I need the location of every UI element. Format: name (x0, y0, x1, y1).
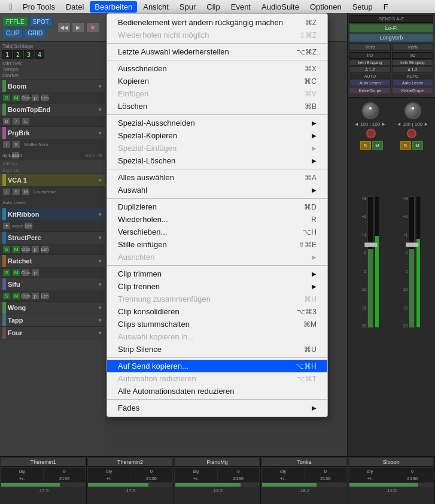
tc-i-vca1[interactable]: I (2, 188, 11, 196)
track-expand-structperc[interactable]: ▼ (98, 235, 102, 241)
tc-m-structperc[interactable]: M (12, 245, 20, 253)
menu-clips-stummschalten[interactable]: Clips stummschalten ⌘M (107, 318, 327, 330)
pan-knob-ch1[interactable]: ◄ 100 | 100 ► (354, 100, 387, 127)
menu-kopieren[interactable]: Kopieren ⌘C (107, 75, 327, 87)
fader-knob-ch2[interactable] (406, 242, 419, 247)
menu-auf-send-kopieren[interactable]: Auf Send kopieren... ⌥⌘H (107, 360, 327, 372)
menu-bedienelement[interactable]: Bedienelement wert ändern rückgängig mac… (107, 16, 327, 29)
track-expand-kitribbon[interactable]: ▼ (98, 212, 102, 217)
reverb-plugin-ch1[interactable]: LongVerb (349, 34, 433, 42)
play-btn[interactable]: ▶ (72, 22, 85, 33)
menu-clip-trimmen[interactable]: Clip trimmen ▶ (107, 268, 327, 280)
group-label-ch2[interactable]: KeineGrupe (392, 87, 433, 94)
tc-b-boom2[interactable]: B (2, 117, 11, 125)
fader-knob-ch1[interactable] (364, 242, 378, 247)
menu-stille-einfuegen[interactable]: Stille einfügen ⇧⌘E (107, 238, 327, 251)
solo-btn-ch1[interactable]: S (360, 141, 371, 150)
menubar-bearbeiten[interactable]: Bearbeiten (90, 1, 137, 13)
menu-verschieben[interactable]: Verschieben... ⌥H (107, 226, 327, 238)
tc-star-kitribbon[interactable]: ✦ (2, 222, 11, 230)
grid-btn[interactable]: GRID (24, 28, 46, 38)
tc-s-vca1[interactable]: S (12, 188, 20, 196)
tc-s-prgbrk[interactable]: S (12, 141, 20, 148)
menu-ausschneiden[interactable]: Ausschneiden ⌘X (107, 62, 327, 75)
menu-wiederholen[interactable]: Wiederholen... R (107, 213, 327, 226)
menubar-f[interactable]: F (379, 1, 393, 13)
tc-len-kitribbon[interactable]: Len (25, 222, 33, 230)
tc-s-boom[interactable]: S (2, 94, 11, 102)
menubar-setup[interactable]: Setup (348, 1, 378, 13)
menubar-datei[interactable]: Datei (61, 1, 89, 13)
tc-m-sifu[interactable]: M (12, 292, 20, 300)
record-btn[interactable]: ⏺ (86, 22, 99, 33)
pan-knob-ch2[interactable]: ◄ 100 | 100 ► (397, 100, 429, 127)
tc-clps-boom[interactable]: Clps (22, 94, 30, 102)
tc-i-prgbrk[interactable]: I (2, 141, 11, 148)
menu-alle-automationsdaten[interactable]: Alle Automationsdaten reduzieren (107, 385, 327, 397)
tc-len-structperc[interactable]: Len (41, 245, 49, 253)
menu-spezial-ausschneiden[interactable]: Spezial-Ausschneiden ▶ (107, 117, 327, 129)
io-value-ch2[interactable]: kein Eingang (392, 59, 433, 66)
lofi-plugin-ch1[interactable]: Lo-Fi (349, 24, 433, 32)
menu-letzte-auswahl[interactable]: Letzte Auswahl wiederherstellen ⌥⌘Z (107, 45, 327, 58)
record-btn-ch2[interactable] (407, 129, 416, 138)
tc-l-boom2[interactable]: L (22, 117, 30, 125)
record-btn-ch1[interactable] (366, 129, 376, 138)
apple-menu-icon[interactable]:  (5, 0, 17, 13)
menu-spezial-kopieren[interactable]: Spezial-Kopieren ▶ (107, 129, 327, 142)
tc-s-sifu[interactable]: S (2, 292, 11, 300)
tc-clps-sifu[interactable]: Clps (22, 292, 30, 300)
tc-p-sifu[interactable]: p (31, 292, 39, 300)
track-expand-vca1[interactable]: ▼ (98, 178, 102, 183)
shuffle-btn[interactable]: FFFLE (2, 17, 28, 27)
tc-p-ratchet[interactable]: p (31, 269, 39, 277)
track-expand-four[interactable]: ▼ (98, 330, 102, 336)
mute-btn-ch1[interactable]: M (372, 141, 383, 150)
menu-duplizieren[interactable]: Duplizieren ⌘D (107, 201, 327, 213)
track-expand-ratchet[interactable]: ▼ (98, 259, 102, 264)
tc-p-boom[interactable]: p (31, 94, 39, 102)
tc-m-boom[interactable]: M (12, 94, 20, 102)
tc-clps-structperc[interactable]: Clps (22, 245, 30, 253)
menubar-spur[interactable]: Spur (175, 1, 200, 13)
menubar-event[interactable]: Event (226, 1, 255, 13)
track-expand-prgbrk[interactable]: ▼ (98, 130, 102, 136)
menubar-optionen[interactable]: Optionen (305, 1, 346, 13)
menubar-ansicht[interactable]: Ansicht (138, 1, 174, 13)
menu-spezial-loeschen[interactable]: Spezial-Löschen ▶ (107, 154, 327, 167)
tc-7-boom2[interactable]: 7 (12, 117, 20, 125)
track-expand-sifu[interactable]: ▼ (98, 282, 102, 287)
io-bottom-ch1[interactable]: A 1-2 (349, 66, 391, 73)
menubar-audiosuite[interactable]: AudioSuite (257, 1, 304, 13)
track-expand-boomtopend[interactable]: ▼ (98, 107, 102, 113)
menu-clip-trennen[interactable]: Clip trennen ▶ (107, 280, 327, 293)
tc-len-sifu[interactable]: Len (41, 292, 49, 300)
spot-btn[interactable]: SPOT (29, 17, 53, 27)
tc-m-ratchet[interactable]: M (12, 269, 20, 277)
tc-s-ratchet[interactable]: S (2, 269, 11, 277)
menu-fades[interactable]: Fades ▶ (107, 402, 327, 414)
io-bottom-ch2[interactable]: A 1-2 (392, 66, 433, 73)
auto-value-ch1[interactable]: Auto Lesen (349, 80, 391, 86)
track-expand-wong[interactable]: ▼ (98, 305, 102, 311)
menubar-clip[interactable]: Clip (202, 1, 224, 13)
track-expand-boom[interactable]: ▼ (98, 84, 102, 89)
menu-clip-konsolidieren[interactable]: Clip konsolidieren ⌥⌘3 (107, 305, 327, 318)
menu-loeschen[interactable]: Löschen ⌘B (107, 100, 327, 113)
io-value-ch1[interactable]: kein Eingang (349, 59, 391, 66)
tc-lesen-prgbrk[interactable]: Lesen (11, 151, 20, 159)
auto-value-ch2[interactable]: Auto Lesen (392, 80, 433, 86)
tc-p-structperc[interactable]: p (31, 245, 39, 253)
menu-alles-auswaehlen[interactable]: Alles auswählen ⌘A (107, 171, 327, 184)
clip-btn[interactable]: CLIP (2, 28, 23, 38)
menu-strip-silence[interactable]: Strip Silence ⌘U (107, 343, 327, 356)
menu-auswahl[interactable]: Auswahl ▶ (107, 184, 327, 196)
track-expand-tapp[interactable]: ▼ (98, 318, 102, 323)
group-label-ch1[interactable]: KeineGrupe (349, 87, 391, 94)
mute-btn-ch2[interactable]: M (412, 141, 423, 150)
tc-clps-ratchet[interactable]: Clps (22, 269, 30, 277)
back-btn[interactable]: ◀◀ (57, 22, 71, 33)
tc-s-structperc[interactable]: S (2, 245, 11, 253)
solo-btn-ch2[interactable]: S (400, 141, 411, 150)
tc-m-vca1[interactable]: M (22, 188, 30, 196)
